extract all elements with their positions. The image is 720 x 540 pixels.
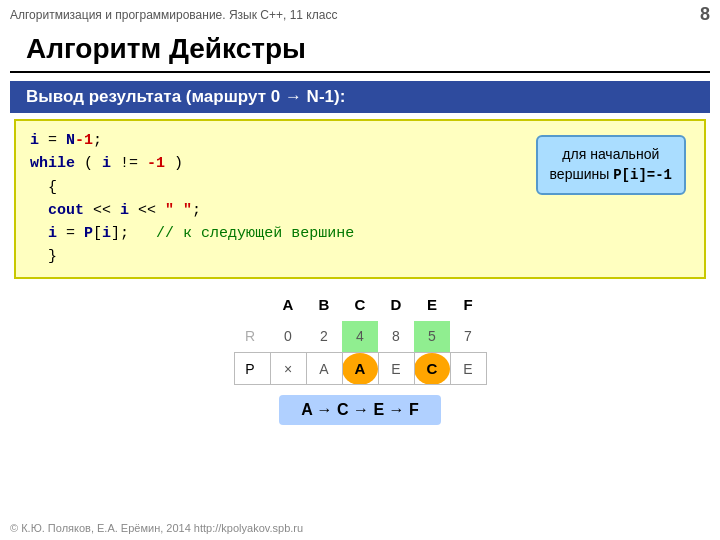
col-B: B (306, 289, 342, 321)
r-val-B: 2 (306, 321, 342, 353)
table-area: A B C D E F R 0 2 4 8 5 7 P × A A E (0, 289, 720, 426)
page-title: Алгоритм Дейкстры (10, 29, 710, 73)
p-val-F: E (450, 353, 486, 385)
code-line-6: } (30, 245, 690, 268)
col-E: E (414, 289, 450, 321)
p-val-E: C (414, 353, 450, 385)
p-val-C: A (342, 353, 378, 385)
p-val-A: × (270, 353, 306, 385)
r-val-C: 4 (342, 321, 378, 353)
col-C: C (342, 289, 378, 321)
header-title: Алгоритмизация и программирование. Язык … (10, 8, 337, 22)
r-val-E: 5 (414, 321, 450, 353)
col-D: D (378, 289, 414, 321)
p-val-B: A (306, 353, 342, 385)
col-F: F (450, 289, 486, 321)
r-val-A: 0 (270, 321, 306, 353)
code-line-5: i = P[i]; // к следующей вершине (30, 222, 690, 245)
section-title: Вывод результата (маршрут 0 → N-1): (10, 81, 710, 113)
p-row: P × A A E C E (234, 353, 486, 385)
tooltip-line3: P[i]=-1 (613, 167, 672, 183)
header: Алгоритмизация и программирование. Язык … (0, 0, 720, 29)
tooltip-box: для начальной вершины P[i]=-1 (536, 135, 686, 195)
r-val-D: 8 (378, 321, 414, 353)
r-label: R (234, 321, 270, 353)
path-box: A → C → E → F (279, 395, 441, 425)
code-line-4: cout << i << " "; (30, 199, 690, 222)
col-header-row: A B C D E F (234, 289, 486, 321)
col-A: A (270, 289, 306, 321)
code-block: i = N-1; while ( i != -1 ) { cout << i <… (14, 119, 706, 279)
tooltip-line1: для начальной (562, 146, 659, 162)
p-val-D: E (378, 353, 414, 385)
empty-corner (234, 289, 270, 321)
tooltip-line2: вершины (550, 166, 610, 182)
p-label: P (234, 353, 270, 385)
data-table: A B C D E F R 0 2 4 8 5 7 P × A A E (234, 289, 487, 386)
page-number: 8 (700, 4, 710, 25)
r-val-F: 7 (450, 321, 486, 353)
r-row: R 0 2 4 8 5 7 (234, 321, 486, 353)
footer: © К.Ю. Поляков, Е.А. Ерёмин, 2014 http:/… (10, 522, 303, 534)
